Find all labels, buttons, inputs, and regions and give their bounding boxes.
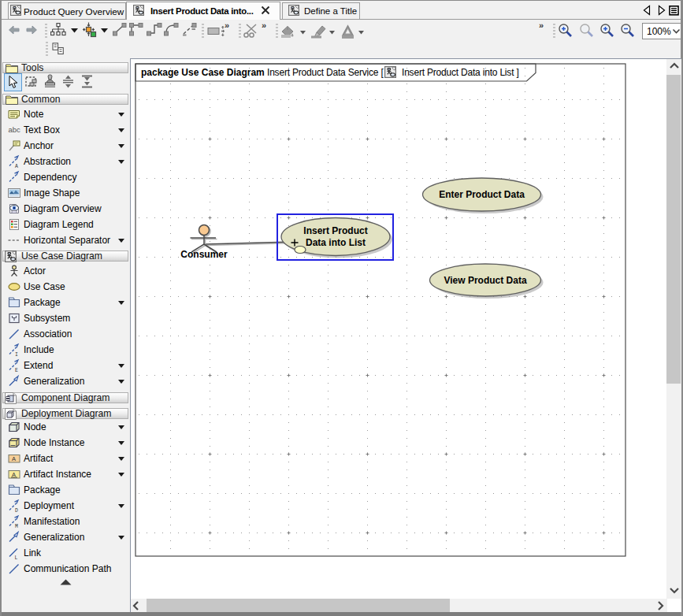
svg-text:D: D	[15, 508, 18, 514]
svg-text:Insert Product Data into List: Insert Product Data into List ]	[402, 67, 519, 78]
svg-text:Insert Product: Insert Product	[303, 225, 367, 236]
svg-text:abc: abc	[9, 125, 21, 134]
svg-text:I: I	[15, 352, 18, 358]
svg-text:Consumer: Consumer	[180, 249, 228, 260]
svg-text:View Product Data: View Product Data	[444, 275, 526, 286]
svg-text:Enter Product Data: Enter Product Data	[439, 189, 525, 200]
svg-text:M: M	[15, 524, 18, 529]
svg-text:Data into List: Data into List	[306, 237, 366, 248]
svg-text:L: L	[15, 555, 18, 561]
svg-text:Insert Product Data Service [: Insert Product Data Service [	[267, 67, 384, 78]
svg-text:A: A	[15, 164, 18, 169]
svg-text:A: A	[12, 455, 16, 462]
svg-text:package Use Case Diagram: package Use Case Diagram	[141, 67, 265, 78]
svg-text:E: E	[15, 368, 18, 373]
